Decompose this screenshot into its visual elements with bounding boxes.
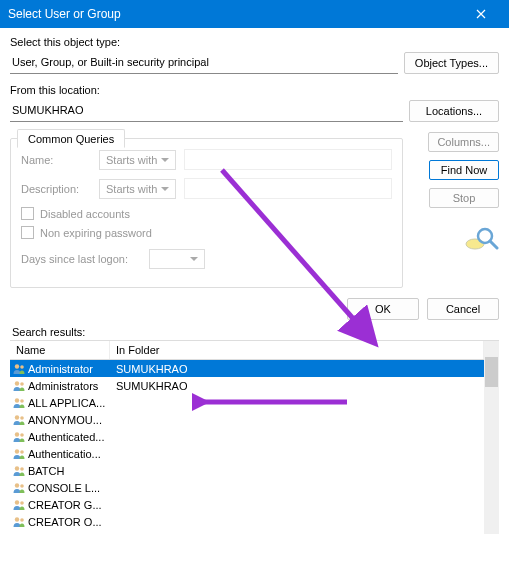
row-name: ALL APPLICA...: [10, 396, 110, 410]
svg-point-4: [20, 365, 24, 369]
find-now-button[interactable]: Find Now: [429, 160, 499, 180]
tab-common-queries[interactable]: Common Queries: [17, 129, 125, 148]
table-row[interactable]: Authenticatio...: [10, 445, 484, 462]
description-input[interactable]: [184, 178, 392, 199]
column-folder-header[interactable]: In Folder: [110, 341, 484, 359]
days-since-logon-label: Days since last logon:: [21, 253, 141, 265]
svg-point-22: [20, 518, 24, 522]
row-name: Authenticatio...: [10, 447, 110, 461]
row-name: CREATOR O...: [10, 515, 110, 529]
table-row[interactable]: ANONYMOU...: [10, 411, 484, 428]
object-types-button[interactable]: Object Types...: [404, 52, 499, 74]
location-label: From this location:: [10, 84, 499, 96]
days-since-logon-select[interactable]: [149, 249, 205, 269]
row-name: ANONYMOU...: [10, 413, 110, 427]
ok-button[interactable]: OK: [347, 298, 419, 320]
svg-point-7: [15, 398, 19, 402]
row-folder: SUMUKHRAO: [110, 380, 484, 392]
svg-point-9: [15, 415, 19, 419]
svg-point-20: [20, 501, 24, 505]
non-expiring-checkbox[interactable]: [21, 226, 34, 239]
table-row[interactable]: CREATOR G...: [10, 496, 484, 513]
svg-point-11: [15, 432, 19, 436]
table-row[interactable]: ALL APPLICA...: [10, 394, 484, 411]
search-illustration-icon: [465, 226, 499, 254]
name-label: Name:: [21, 154, 91, 166]
columns-button[interactable]: Columns...: [428, 132, 499, 152]
svg-point-3: [15, 364, 19, 368]
svg-point-15: [15, 466, 19, 470]
disabled-accounts-checkbox[interactable]: [21, 207, 34, 220]
window-title: Select User or Group: [8, 7, 121, 21]
cancel-button[interactable]: Cancel: [427, 298, 499, 320]
table-row[interactable]: CONSOLE L...: [10, 479, 484, 496]
non-expiring-label: Non expiring password: [40, 227, 152, 239]
svg-point-21: [15, 517, 19, 521]
disabled-accounts-label: Disabled accounts: [40, 208, 130, 220]
svg-point-14: [20, 450, 24, 454]
svg-point-6: [20, 382, 24, 386]
search-results-label: Search results:: [12, 326, 499, 338]
results-scrollbar[interactable]: [484, 341, 499, 534]
row-name: CONSOLE L...: [10, 481, 110, 495]
table-row[interactable]: BATCH: [10, 462, 484, 479]
name-operator-select[interactable]: Starts with: [99, 150, 176, 170]
locations-button[interactable]: Locations...: [409, 100, 499, 122]
object-type-field[interactable]: [10, 53, 398, 74]
row-name: Administrator: [10, 362, 110, 376]
row-name: Authenticated...: [10, 430, 110, 444]
close-icon: [476, 9, 486, 19]
svg-point-12: [20, 433, 24, 437]
svg-point-13: [15, 449, 19, 453]
results-header: Name In Folder: [10, 341, 484, 360]
svg-point-19: [15, 500, 19, 504]
svg-point-18: [20, 484, 24, 488]
svg-point-8: [20, 399, 24, 403]
object-type-label: Select this object type:: [10, 36, 499, 48]
dialog-content: Select this object type: Object Types...…: [0, 28, 509, 542]
row-name: BATCH: [10, 464, 110, 478]
location-field[interactable]: [10, 101, 403, 122]
stop-button[interactable]: Stop: [429, 188, 499, 208]
svg-point-17: [15, 483, 19, 487]
svg-point-5: [15, 381, 19, 385]
results-list: Name In Folder AdministratorSUMUKHRAOAdm…: [10, 340, 499, 534]
name-input[interactable]: [184, 149, 392, 170]
description-operator-select[interactable]: Starts with: [99, 179, 176, 199]
table-row[interactable]: CREATOR O...: [10, 513, 484, 530]
svg-point-16: [20, 467, 24, 471]
scrollbar-thumb[interactable]: [485, 357, 498, 387]
table-row[interactable]: AdministratorSUMUKHRAO: [10, 360, 484, 377]
table-row[interactable]: AdministratorsSUMUKHRAO: [10, 377, 484, 394]
close-button[interactable]: [461, 0, 501, 28]
svg-point-10: [20, 416, 24, 420]
row-name: CREATOR G...: [10, 498, 110, 512]
description-label: Description:: [21, 183, 91, 195]
column-name-header[interactable]: Name: [10, 341, 110, 359]
title-bar: Select User or Group: [0, 0, 509, 28]
svg-line-2: [490, 241, 497, 248]
row-name: Administrators: [10, 379, 110, 393]
table-row[interactable]: Authenticated...: [10, 428, 484, 445]
row-folder: SUMUKHRAO: [110, 363, 484, 375]
